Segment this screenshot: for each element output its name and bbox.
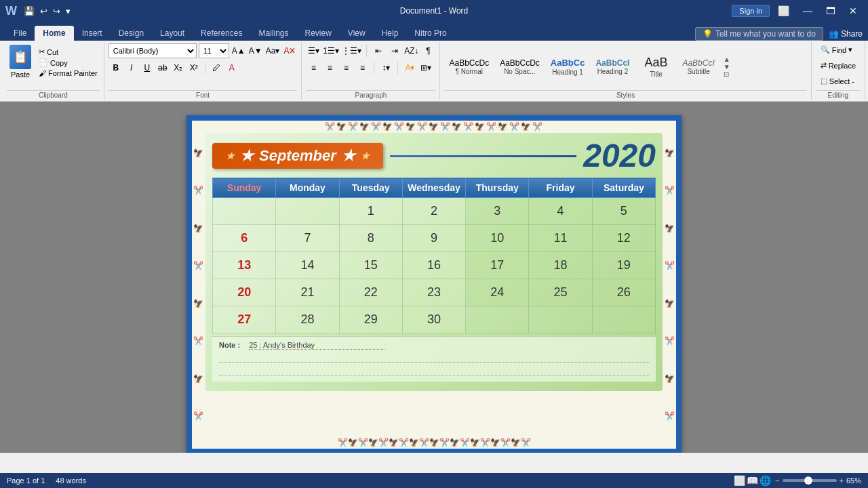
calendar-day-cell: 25 [529, 279, 592, 306]
superscript-button[interactable]: X² [186, 60, 201, 75]
multilevel-list-button[interactable]: ⋮☰▾ [341, 43, 362, 58]
tab-view[interactable]: View [340, 26, 374, 41]
redo-button[interactable]: ↪ [52, 5, 62, 18]
underline-button[interactable]: U [140, 60, 155, 75]
style-heading2[interactable]: AaBbCcI Heading 2 [591, 56, 634, 77]
format-painter-button[interactable]: 🖌 Format Painter [37, 68, 100, 78]
align-right-button[interactable]: ≡ [338, 60, 353, 75]
customize-quick-access-button[interactable]: ▾ [64, 5, 72, 18]
decrease-indent-button[interactable]: ⇤ [371, 43, 386, 58]
minimize-button[interactable]: — [797, 5, 818, 16]
paste-label: Paste [11, 70, 30, 79]
share-button[interactable]: 👥 Share [829, 29, 863, 39]
paste-button[interactable]: 📋 Paste [7, 43, 34, 80]
tab-help[interactable]: Help [374, 26, 407, 41]
calendar-day-cell: 29 [339, 306, 402, 333]
zoom-slider-track[interactable] [783, 479, 837, 482]
decrease-font-button[interactable]: A▼ [248, 43, 263, 58]
tab-layout[interactable]: Layout [152, 26, 193, 41]
bottom-clips: ✂️🦅✂️🦅✂️🦅✂️🦅✂️🦅✂️🦅✂️🦅✂️🦅✂️🦅✂️ [192, 438, 676, 447]
word-count: 48 words [56, 476, 86, 485]
title-bar: W 💾 ↩ ↪ ▾ Document1 - Word Sign in ⬜ — 🗖… [0, 0, 868, 22]
tab-nitro[interactable]: Nitro Pro [406, 26, 454, 41]
tab-review[interactable]: Review [296, 26, 339, 41]
print-layout-button[interactable]: ⬜ [734, 475, 745, 486]
web-layout-button[interactable]: 🌐 [760, 475, 771, 486]
calendar-day-cell: 14 [276, 252, 339, 279]
maximize-button[interactable]: 🗖 [821, 5, 841, 16]
zoom-in-icon[interactable]: + [840, 476, 844, 485]
text-highlight-button[interactable]: 🖊 [209, 60, 224, 75]
save-button[interactable]: 💾 [22, 5, 36, 18]
font-color-button[interactable]: A [224, 60, 239, 75]
signin-button[interactable]: Sign in [732, 5, 770, 17]
col-sunday: Sunday [213, 178, 276, 198]
clear-formatting-button[interactable]: A✕ [282, 43, 297, 58]
borders-button[interactable]: ⊞▾ [418, 60, 433, 75]
tab-file[interactable]: File [5, 26, 35, 41]
read-mode-button[interactable]: 📖 [747, 475, 758, 486]
font-group-content: Calibri (Body) 11 A▲ A▼ Aa▾ A✕ B I U ab … [108, 43, 298, 90]
calendar-table: Sunday Monday Tuesday Wednesday Thursday… [212, 178, 656, 333]
paste-icon: 📋 [9, 45, 31, 69]
col-monday: Monday [276, 178, 339, 198]
bullets-button[interactable]: ☰▾ [306, 43, 321, 58]
style-subtitle[interactable]: AaBbCcI Subtitle [677, 56, 719, 77]
numbering-button[interactable]: 1☰▾ [322, 43, 340, 58]
view-buttons: ⬜ 📖 🌐 [734, 475, 771, 486]
font-group: Calibri (Body) 11 A▲ A▼ Aa▾ A✕ B I U ab … [104, 42, 302, 100]
calendar-week-row: 12345 [213, 198, 656, 225]
calendar-week-row: 6789101112 [213, 225, 656, 252]
replace-button[interactable]: ⇄ Replace [816, 59, 861, 72]
select-button[interactable]: ⬚ Select - [816, 75, 859, 87]
find-arrow: ▾ [848, 45, 852, 54]
align-left-button[interactable]: ≡ [306, 60, 321, 75]
style-title-preview: AaB [644, 56, 667, 70]
align-center-button[interactable]: ≡ [322, 60, 337, 75]
style-heading1[interactable]: AaBbCc Heading 1 [546, 56, 590, 78]
tab-mailings[interactable]: Mailings [250, 26, 296, 41]
increase-font-button[interactable]: A▲ [231, 43, 246, 58]
strikethrough-button[interactable]: ab [155, 60, 170, 75]
style-no-spacing[interactable]: AaBbCcDc No Spac... [495, 56, 545, 77]
undo-button[interactable]: ↩ [39, 5, 49, 18]
subscript-button[interactable]: X₂ [171, 60, 186, 75]
italic-button[interactable]: I [124, 60, 139, 75]
tab-references[interactable]: References [193, 26, 250, 41]
bold-button[interactable]: B [108, 60, 123, 75]
find-label: Find [832, 46, 846, 54]
styles-group-content: AaBbCcDc ¶ Normal AaBbCcDc No Spac... Aa… [444, 43, 730, 90]
font-size-select[interactable]: 11 [199, 43, 229, 58]
calendar-day-cell: 11 [529, 225, 592, 252]
show-formatting-button[interactable]: ¶ [420, 43, 435, 58]
sort-button[interactable]: AZ↓ [403, 43, 419, 58]
scroll-up-icon: ▲ [724, 56, 730, 63]
cut-button[interactable]: ✂ Cut [37, 47, 100, 57]
font-name-select[interactable]: Calibri (Body) [108, 43, 197, 58]
increase-indent-button[interactable]: ⇥ [387, 43, 402, 58]
tell-me-box[interactable]: 💡 Tell me what you want to do [695, 27, 823, 41]
justify-button[interactable]: ≡ [355, 60, 370, 75]
change-case-button[interactable]: Aa▾ [265, 43, 281, 58]
month-header: ★ September ★ 2020 [212, 140, 656, 172]
styles-scroll-buttons[interactable]: ▲ ▼ ⊡ [724, 56, 730, 78]
copy-icon: 📄 [39, 58, 48, 67]
tab-design[interactable]: Design [111, 26, 152, 41]
zoom-out-icon[interactable]: − [775, 476, 779, 485]
style-normal[interactable]: AaBbCcDc ¶ Normal [444, 56, 494, 77]
calendar-day-cell: 10 [466, 225, 529, 252]
close-button[interactable]: ✕ [844, 5, 863, 16]
restore-button[interactable]: ⬜ [772, 5, 795, 16]
tab-home[interactable]: Home [35, 26, 73, 41]
find-button[interactable]: 🔍 Find ▾ [816, 43, 857, 56]
shading-button[interactable]: A▾ [402, 60, 417, 75]
calendar-day-cell: 12 [592, 225, 655, 252]
clipboard-group: 📋 Paste ✂ Cut 📄 Copy 🖌 Format Painter [3, 42, 104, 100]
style-title[interactable]: AaB Title [635, 54, 676, 80]
line-spacing-button[interactable]: ↕▾ [378, 60, 393, 75]
zoom-control[interactable]: − + 65% [775, 476, 861, 485]
calendar-day-cell: 15 [339, 252, 402, 279]
ribbon-tabs: File Home Insert Design Layout Reference… [0, 22, 868, 41]
copy-button[interactable]: 📄 Copy [37, 58, 100, 68]
tab-insert[interactable]: Insert [74, 26, 111, 41]
